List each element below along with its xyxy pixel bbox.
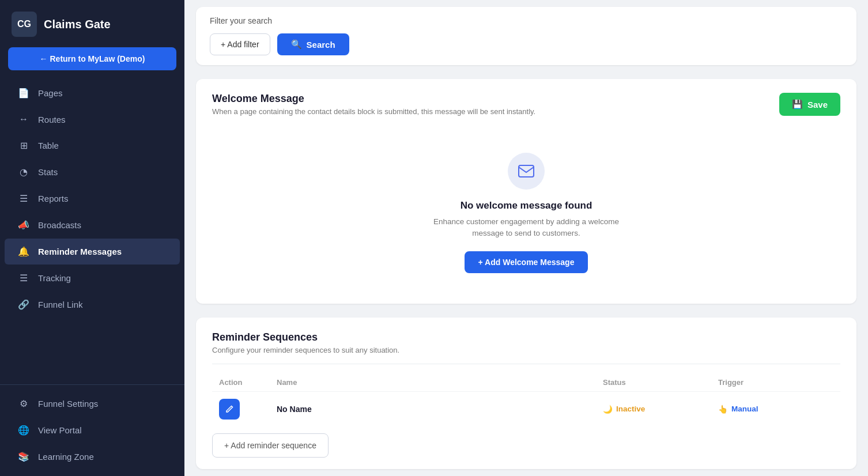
col-name: Name	[277, 378, 603, 387]
status-text: Inactive	[616, 405, 645, 413]
col-trigger: Trigger	[718, 378, 833, 387]
sidebar-label-routes: Routes	[38, 115, 66, 124]
sidebar-item-reminder-messages[interactable]: 🔔 Reminder Messages	[5, 239, 180, 265]
trigger-text: Manual	[731, 405, 758, 413]
edit-row-button[interactable]	[219, 399, 240, 420]
return-button[interactable]: ← Return to MyLaw (Demo)	[8, 47, 176, 70]
sidebar-label-table: Table	[38, 141, 59, 150]
add-sequence-button[interactable]: + Add reminder sequence	[212, 433, 329, 458]
reminder-section: Reminder Sequences Configure your remind…	[196, 318, 856, 469]
sidebar-label-reports: Reports	[38, 194, 69, 203]
welcome-section: Welcome Message When a page containing t…	[196, 79, 856, 303]
sidebar-item-view-portal[interactable]: 🌐 View Portal	[5, 417, 180, 443]
save-icon: 💾	[792, 99, 803, 109]
filter-actions: + Add filter 🔍 Search	[210, 33, 843, 55]
sidebar-label-funnel-settings: Funnel Settings	[38, 399, 98, 409]
logo-icon: CG	[12, 12, 37, 37]
filter-card: Filter your search + Add filter 🔍 Search	[196, 7, 856, 65]
sidebar-label-broadcasts: Broadcasts	[38, 220, 81, 230]
sidebar-item-funnel-link[interactable]: 🔗 Funnel Link	[5, 292, 180, 318]
col-status: Status	[603, 378, 718, 387]
reminder-icon: 🔔	[17, 246, 30, 257]
reminder-title: Reminder Sequences	[212, 331, 840, 343]
sidebar-item-reports[interactable]: ☰ Reports	[5, 186, 180, 211]
tracking-icon: ☰	[17, 273, 30, 284]
filter-section: Filter your search + Add filter 🔍 Search	[196, 7, 856, 65]
trigger-icon: 👆	[718, 405, 728, 414]
sidebar-label-view-portal: View Portal	[38, 425, 82, 435]
table-divider	[212, 364, 840, 364]
sidebar-label-pages: Pages	[38, 88, 63, 98]
main-content: Filter your search + Add filter 🔍 Search…	[184, 0, 868, 476]
save-label: Save	[807, 100, 828, 109]
welcome-header-text: Welcome Message When a page containing t…	[212, 93, 535, 116]
routes-icon: ↔	[17, 114, 30, 124]
sidebar-item-stats[interactable]: ◔ Stats	[5, 159, 180, 185]
row-name: No Name	[277, 405, 603, 414]
sidebar-item-learning-zone[interactable]: 📚 Learning Zone	[5, 444, 180, 470]
sidebar-nav: 📄 Pages ↔ Routes ⊞ Table ◔ Stats ☰ Repor…	[0, 80, 184, 318]
sidebar-bottom: ⚙ Funnel Settings 🌐 View Portal 📚 Learni…	[0, 379, 184, 476]
welcome-message-card: Welcome Message When a page containing t…	[196, 79, 856, 303]
sidebar-item-table[interactable]: ⊞ Table	[5, 133, 180, 158]
trigger-badge: 👆 Manual	[718, 405, 833, 414]
row-action-cell	[219, 399, 277, 420]
table-header: Action Name Status Trigger	[212, 373, 840, 391]
status-badge: 🌙 Inactive	[603, 405, 718, 414]
reminder-subtitle: Configure your reminder sequences to sui…	[212, 346, 840, 354]
envelope-icon	[508, 153, 545, 190]
pages-icon: 📄	[17, 88, 30, 99]
sidebar-label-reminder-messages: Reminder Messages	[38, 247, 122, 256]
sidebar-item-broadcasts[interactable]: 📣 Broadcasts	[5, 212, 180, 238]
empty-title: No welcome message found	[461, 200, 592, 211]
sidebar-item-routes[interactable]: ↔ Routes	[5, 107, 180, 132]
svg-rect-0	[519, 165, 534, 177]
table-icon: ⊞	[17, 140, 30, 151]
welcome-subtitle: When a page containing the contact detai…	[212, 107, 535, 116]
empty-desc: Enhance customer engagement by adding a …	[417, 216, 636, 240]
add-filter-button[interactable]: + Add filter	[210, 33, 270, 55]
add-welcome-button[interactable]: + Add Welcome Message	[465, 251, 588, 273]
sidebar-item-funnel-settings[interactable]: ⚙ Funnel Settings	[5, 391, 180, 417]
reports-icon: ☰	[17, 193, 30, 204]
funnel-link-icon: 🔗	[17, 299, 30, 310]
reminder-sequences-card: Reminder Sequences Configure your remind…	[196, 318, 856, 469]
sidebar-label-learning-zone: Learning Zone	[38, 452, 94, 462]
view-portal-icon: 🌐	[17, 425, 30, 436]
welcome-empty-state: No welcome message found Enhance custome…	[212, 130, 840, 294]
welcome-title: Welcome Message	[212, 93, 535, 105]
sidebar-label-funnel-link: Funnel Link	[38, 300, 83, 309]
learning-zone-icon: 📚	[17, 451, 30, 462]
filter-title: Filter your search	[210, 16, 843, 25]
welcome-header: Welcome Message When a page containing t…	[212, 93, 840, 116]
sidebar-label-tracking: Tracking	[38, 273, 71, 283]
sidebar-item-tracking[interactable]: ☰ Tracking	[5, 265, 180, 291]
sidebar-logo: CG Claims Gate	[0, 0, 184, 47]
sidebar-item-pages[interactable]: 📄 Pages	[5, 80, 180, 106]
sidebar-label-stats: Stats	[38, 167, 58, 177]
sidebar-divider	[0, 384, 184, 385]
inactive-icon: 🌙	[603, 405, 613, 414]
table-row: No Name 🌙 Inactive 👆 Manual	[212, 391, 840, 426]
funnel-settings-icon: ⚙	[17, 398, 30, 409]
save-button[interactable]: 💾 Save	[779, 93, 840, 116]
search-button[interactable]: 🔍 Search	[277, 33, 349, 55]
search-label: Search	[307, 40, 335, 50]
app-name: Claims Gate	[44, 18, 111, 31]
broadcasts-icon: 📣	[17, 220, 30, 231]
search-icon: 🔍	[291, 39, 302, 50]
col-action: Action	[219, 378, 277, 387]
sidebar: CG Claims Gate ← Return to MyLaw (Demo) …	[0, 0, 184, 476]
stats-icon: ◔	[17, 167, 30, 177]
